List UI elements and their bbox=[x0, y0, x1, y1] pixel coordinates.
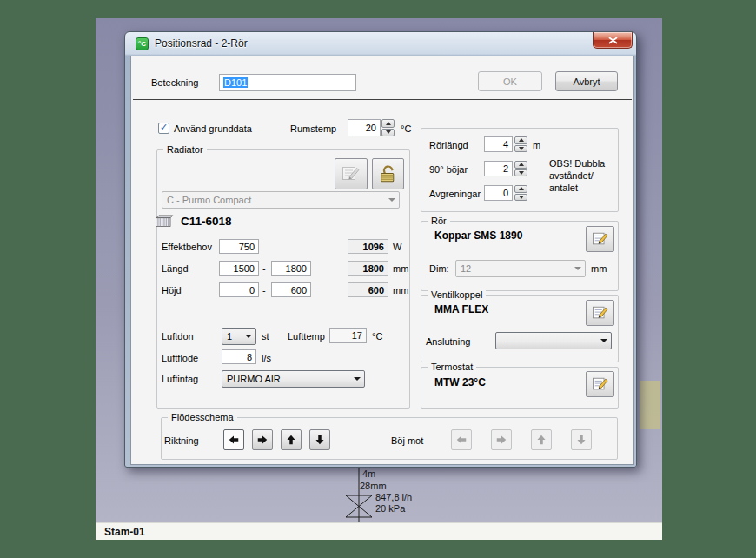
rumstemp-unit: °C bbox=[401, 123, 411, 134]
radiator-group-label: Radiator bbox=[163, 144, 207, 155]
anslutning-label: Anslutning bbox=[426, 336, 470, 347]
rumstemp-spinner bbox=[381, 119, 395, 136]
ventilkoppel-edit-button[interactable] bbox=[586, 300, 614, 326]
rorlangd-spin-down[interactable] bbox=[514, 145, 527, 153]
termostat-product: MTW 23°C bbox=[434, 376, 486, 389]
dialog-client-area: Beteckning D101 OK Avbryt ✓ Använd grund… bbox=[130, 56, 634, 465]
rorlangd-input[interactable]: 4 bbox=[484, 136, 513, 152]
bojar-label: 90° böjar bbox=[429, 164, 468, 175]
radiator-family-dropdown[interactable]: C - Purmo Compact bbox=[162, 191, 400, 209]
cancel-button[interactable]: Avbryt bbox=[555, 71, 618, 91]
langd-result: 1800 bbox=[348, 261, 388, 276]
drawing-highlight-rect bbox=[640, 381, 660, 429]
radiator-edit-button[interactable] bbox=[335, 158, 368, 189]
rumstemp-label: Rumstemp bbox=[290, 123, 336, 134]
riktning-right-button[interactable] bbox=[252, 429, 273, 450]
luftintag-label: Luftintag bbox=[162, 374, 198, 384]
luftdon-label: Luftdon bbox=[162, 331, 194, 342]
anvand-grunddata-checkbox[interactable]: ✓ bbox=[158, 123, 169, 134]
avgreningar-spin-up[interactable] bbox=[514, 185, 527, 193]
luftdon-dropdown[interactable]: 1 bbox=[222, 328, 256, 345]
avgreningar-input[interactable]: 0 bbox=[484, 185, 513, 201]
lufttemp-label: Lufttemp bbox=[288, 331, 325, 342]
luftintag-dropdown[interactable]: PURMO AIR bbox=[222, 370, 365, 388]
rumstemp-spin-down[interactable] bbox=[381, 129, 395, 137]
pipework-note-line1: OBS! Dubbla bbox=[549, 158, 605, 169]
effekt-unit: W bbox=[393, 242, 401, 252]
rumstemp-spin-up[interactable] bbox=[381, 119, 395, 128]
ror-edit-button[interactable] bbox=[586, 226, 614, 252]
luftflode-input[interactable]: 8 bbox=[222, 349, 256, 364]
langd-unit: mm bbox=[393, 263, 408, 274]
rorlangd-label: Rörlängd bbox=[429, 140, 468, 150]
hojd-max-input[interactable]: 600 bbox=[271, 282, 311, 297]
status-bar: Stam-01 bbox=[96, 522, 662, 540]
pressure-annotation: 20 kPa bbox=[375, 503, 405, 514]
window-title: Positionsrad - 2-Rör bbox=[155, 37, 248, 50]
arrow-up-icon bbox=[535, 434, 547, 446]
ror-product: Koppar SMS 1890 bbox=[434, 229, 522, 242]
langd-max-input[interactable]: 1800 bbox=[271, 261, 311, 276]
edit-icon bbox=[592, 376, 609, 392]
rorlangd-spin-up[interactable] bbox=[514, 136, 527, 144]
dim-label: Dim: bbox=[429, 263, 449, 274]
anslutning-dropdown[interactable]: -- bbox=[495, 332, 612, 349]
avgreningar-spinner bbox=[514, 185, 527, 201]
hojd-unit: mm bbox=[393, 285, 408, 296]
flow-annotation: 847,8 l/h bbox=[375, 492, 412, 502]
dim-dropdown[interactable]: 12 bbox=[455, 260, 586, 277]
hojd-result: 600 bbox=[348, 282, 388, 297]
dropdown-arrow-icon bbox=[571, 261, 585, 276]
effekt-result: 1096 bbox=[348, 239, 388, 254]
dropdown-arrow-icon bbox=[242, 329, 255, 344]
riktning-down-button[interactable] bbox=[309, 429, 330, 450]
effektbehov-input[interactable]: 750 bbox=[219, 239, 259, 254]
hojd-range-separator: - bbox=[262, 285, 266, 296]
check-icon: ✓ bbox=[160, 123, 168, 132]
app-icon: °C bbox=[136, 37, 149, 50]
edit-icon bbox=[342, 165, 361, 183]
anslutning-value: -- bbox=[496, 335, 597, 346]
bojar-spin-up[interactable] bbox=[514, 161, 527, 169]
langd-min-input[interactable]: 1500 bbox=[219, 261, 259, 276]
radiator-lock-button[interactable] bbox=[372, 158, 404, 189]
dropdown-arrow-icon bbox=[385, 192, 399, 208]
radiator-family-value: C - Purmo Compact bbox=[162, 195, 385, 205]
arrow-up-icon bbox=[285, 434, 297, 446]
luftdon-value: 1 bbox=[222, 331, 242, 342]
radiator-model: C11-6018 bbox=[181, 215, 232, 228]
beteckning-label: Beteckning bbox=[151, 77, 198, 88]
close-icon bbox=[608, 37, 618, 44]
header-separator bbox=[133, 99, 632, 100]
langd-label: Längd bbox=[162, 263, 189, 274]
rumstemp-input[interactable]: 20 bbox=[348, 119, 381, 136]
title-bar[interactable]: °C Positionsrad - 2-Rör bbox=[125, 32, 636, 56]
riktning-left-button[interactable] bbox=[223, 429, 244, 450]
termostat-edit-button[interactable] bbox=[586, 371, 614, 397]
ok-button[interactable]: OK bbox=[478, 71, 542, 91]
spin-up-icon bbox=[519, 138, 524, 142]
lufttemp-field: 17 bbox=[329, 328, 367, 343]
bojmot-down-button[interactable] bbox=[571, 429, 592, 450]
avgreningar-label: Avgreningar bbox=[429, 189, 481, 199]
bojar-spin-down[interactable] bbox=[514, 169, 527, 177]
ventilkoppel-product: MMA FLEX bbox=[434, 303, 488, 316]
dropdown-arrow-icon bbox=[350, 371, 364, 387]
bojmot-right-button[interactable] bbox=[491, 429, 512, 450]
bojmot-up-button[interactable] bbox=[531, 429, 552, 450]
bojmot-left-button[interactable] bbox=[451, 429, 472, 450]
arrow-right-icon bbox=[256, 434, 269, 446]
spin-up-icon bbox=[519, 163, 524, 166]
edit-icon bbox=[592, 231, 609, 247]
riktning-up-button[interactable] bbox=[281, 429, 302, 450]
arrow-left-icon bbox=[455, 434, 468, 446]
bojar-input[interactable]: 2 bbox=[484, 161, 513, 176]
rorlangd-unit: m bbox=[533, 140, 540, 150]
close-button[interactable] bbox=[593, 32, 633, 49]
arrow-left-icon bbox=[228, 434, 240, 446]
beteckning-input[interactable]: D101 bbox=[219, 74, 356, 91]
hojd-min-input[interactable]: 0 bbox=[219, 282, 259, 297]
spin-down-icon bbox=[519, 147, 524, 150]
avgreningar-spin-down[interactable] bbox=[514, 194, 527, 202]
edit-icon bbox=[592, 305, 609, 321]
